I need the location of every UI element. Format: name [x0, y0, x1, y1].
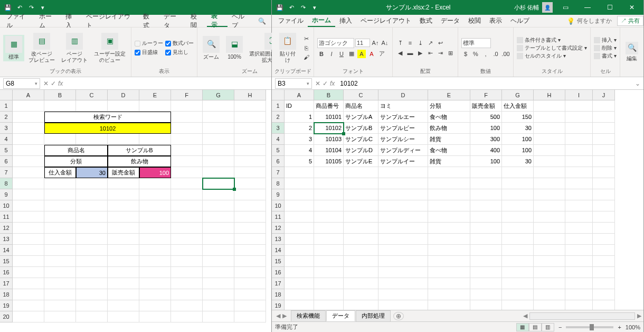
cell-I12[interactable] — [565, 223, 593, 234]
col-header-B[interactable]: B — [44, 90, 76, 100]
cell-I19[interactable] — [565, 300, 593, 310]
cell-D14[interactable] — [378, 245, 428, 256]
cell-F1[interactable]: 販売金額 — [470, 100, 502, 112]
cell-C4[interactable] — [76, 134, 108, 145]
cell-G14[interactable] — [502, 245, 534, 256]
row-header-14[interactable]: 14 — [272, 245, 285, 256]
cell-A13[interactable] — [285, 234, 314, 245]
cell-E12[interactable] — [139, 223, 171, 234]
cell-I2[interactable] — [565, 112, 593, 123]
cell-C10[interactable] — [76, 200, 108, 211]
row-header-11[interactable]: 11 — [272, 211, 285, 223]
cell-H5[interactable] — [234, 145, 266, 156]
cell-D7[interactable]: 販売金額 — [108, 167, 139, 178]
cell-B8[interactable] — [44, 178, 76, 189]
undo-icon[interactable]: ↶ — [288, 4, 295, 11]
percent-icon[interactable]: % — [471, 50, 480, 58]
cell-G10[interactable] — [502, 200, 534, 211]
cell-F13[interactable] — [470, 234, 502, 245]
cell-H13[interactable] — [534, 234, 565, 245]
col-header-H[interactable]: H — [234, 90, 266, 100]
cell-I16[interactable] — [565, 267, 593, 278]
bold-icon[interactable]: B — [317, 50, 326, 58]
cell-F14[interactable] — [171, 245, 203, 256]
cell-F9[interactable] — [171, 189, 203, 200]
cell-A15[interactable] — [285, 256, 314, 267]
cell-H16[interactable] — [534, 267, 565, 278]
row-header-16[interactable]: 16 — [272, 267, 285, 278]
cell-D15[interactable] — [378, 256, 428, 267]
cell-E8[interactable] — [139, 178, 171, 189]
formula-input-right[interactable] — [338, 80, 632, 87]
cell-D13[interactable] — [108, 234, 139, 245]
cell-I5[interactable] — [565, 145, 593, 156]
cell-E10[interactable] — [139, 200, 171, 211]
undo-icon[interactable]: ↶ — [16, 4, 23, 11]
cell-H19[interactable] — [534, 300, 565, 310]
cell-E18[interactable] — [428, 289, 470, 300]
cell-G13[interactable] — [502, 234, 534, 245]
cell-E17[interactable] — [428, 278, 470, 289]
headings-checkbox[interactable]: 見出し — [165, 48, 194, 57]
cell-B5[interactable]: 商品名 — [44, 145, 108, 156]
row-header-17[interactable]: 17 — [272, 278, 285, 289]
menu-ヘルプ[interactable]: ヘルプ — [506, 15, 534, 27]
zoom-level[interactable]: 100% — [626, 324, 640, 330]
format-painter-icon[interactable]: 🖌 — [302, 53, 310, 61]
cell-G11[interactable] — [502, 211, 534, 223]
cell-E4[interactable]: 雑貨 — [428, 134, 470, 145]
indent-inc-icon[interactable]: ⇥ — [436, 49, 444, 57]
cell-D18[interactable] — [108, 289, 139, 300]
cell-H9[interactable] — [534, 189, 565, 200]
cell-E13[interactable] — [428, 234, 470, 245]
col-header-J[interactable]: J — [593, 90, 615, 100]
row-header-13[interactable]: 13 — [272, 234, 285, 245]
merge-icon[interactable]: ⊞ — [446, 49, 454, 57]
cell-B8[interactable] — [314, 178, 344, 189]
currency-icon[interactable]: $ — [461, 50, 470, 58]
cell-E8[interactable] — [428, 178, 470, 189]
cell-G18[interactable] — [502, 289, 534, 300]
row-header-7[interactable]: 7 — [0, 167, 13, 178]
cell-B6[interactable]: 分類 — [44, 156, 108, 167]
cell-B9[interactable] — [44, 189, 76, 200]
cell-J12[interactable] — [593, 223, 615, 234]
hscroll-left-icon[interactable]: ◀ — [521, 312, 529, 319]
cell-F4[interactable] — [171, 134, 203, 145]
cell-E9[interactable] — [139, 189, 171, 200]
cell-C2[interactable]: サンプルA — [344, 112, 378, 123]
cell-H6[interactable] — [534, 156, 565, 167]
cell-F8[interactable] — [171, 178, 203, 189]
cell-H4[interactable] — [234, 134, 266, 145]
fx-icon[interactable]: fx — [330, 80, 335, 87]
copy-icon[interactable]: ⎘ — [302, 44, 310, 52]
cell-H12[interactable] — [534, 223, 565, 234]
cell-F8[interactable] — [470, 178, 502, 189]
cell-D8[interactable] — [378, 178, 428, 189]
cell-I13[interactable] — [565, 234, 593, 245]
cell-F14[interactable] — [470, 245, 502, 256]
cell-G5[interactable]: 100 — [502, 145, 534, 156]
cell-I3[interactable] — [565, 123, 593, 134]
redo-icon[interactable]: ↷ — [27, 4, 35, 11]
cell-G2[interactable]: 150 — [502, 112, 534, 123]
ruler-checkbox[interactable]: ルーラー — [135, 39, 163, 48]
cell-J6[interactable] — [593, 156, 615, 167]
enter-icon[interactable]: ✓ — [323, 80, 328, 87]
cell-A2[interactable]: 1 — [285, 112, 314, 123]
row-header-17[interactable]: 17 — [0, 278, 13, 289]
cell-H11[interactable] — [234, 211, 266, 223]
cell-E4[interactable] — [139, 134, 171, 145]
cell-E18[interactable] — [139, 289, 171, 300]
cell-G12[interactable] — [203, 223, 234, 234]
cell-B1[interactable] — [44, 100, 76, 112]
cell-H17[interactable] — [534, 278, 565, 289]
cell-A18[interactable] — [13, 289, 44, 300]
cell-B4[interactable] — [44, 134, 76, 145]
menu-ページレイアウト[interactable]: ページレイアウト — [82, 15, 139, 27]
cell-D17[interactable] — [378, 278, 428, 289]
cell-G6[interactable]: 30 — [502, 156, 534, 167]
cell-F11[interactable] — [171, 211, 203, 223]
cell-D11[interactable] — [108, 211, 139, 223]
cell-A16[interactable] — [13, 267, 44, 278]
